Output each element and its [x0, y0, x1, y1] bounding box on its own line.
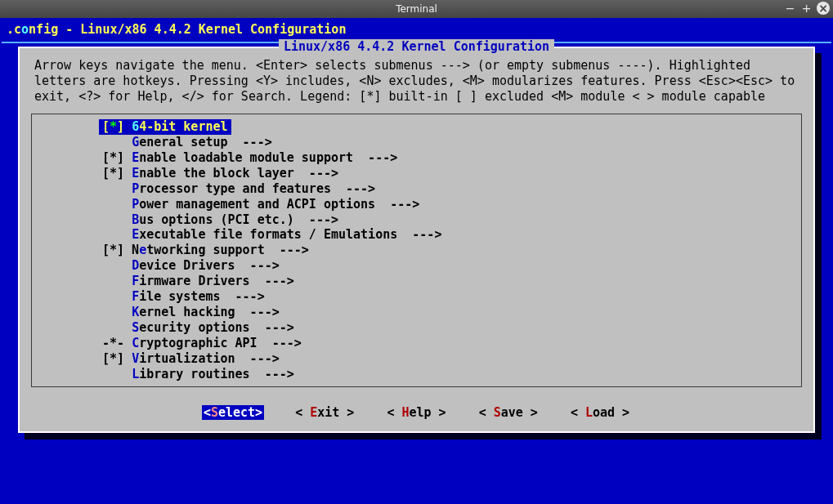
- menu-item-10[interactable]: Firmware Drivers --->: [99, 274, 298, 288]
- menu-item-8[interactable]: [*] Networking support --->: [99, 243, 312, 257]
- menu-item-4[interactable]: Processor type and features --->: [99, 181, 378, 196]
- menu-item-16[interactable]: Library routines --->: [99, 367, 298, 381]
- menu-list: [*] 64-bit kernel General setup --->[*] …: [31, 114, 802, 387]
- menu-item-15[interactable]: [*] Virtualization --->: [99, 351, 283, 366]
- dialog-help-text: Arrow keys navigate the menu. <Enter> se…: [20, 48, 813, 109]
- action-button-1[interactable]: < Exit >: [293, 405, 356, 420]
- window-title: Terminal: [0, 3, 833, 15]
- menuconfig-dialog: Linux/x86 4.4.2 Kernel Configuration Arr…: [18, 47, 815, 433]
- maximize-icon[interactable]: +: [800, 2, 813, 15]
- terminal-area: .config - Linux/x86 4.4.2 Kernel Configu…: [0, 18, 833, 504]
- menu-item-0[interactable]: [*] 64-bit kernel: [99, 119, 231, 135]
- menu-item-6[interactable]: Bus options (PCI etc.) --->: [99, 212, 342, 227]
- menu-item-11[interactable]: File systems --->: [99, 289, 268, 304]
- minimize-icon[interactable]: −: [784, 2, 796, 15]
- action-button-4[interactable]: < Load >: [569, 405, 631, 420]
- menu-item-13[interactable]: Security options --->: [99, 320, 298, 335]
- action-button-2[interactable]: < Help >: [385, 405, 447, 420]
- menu-item-7[interactable]: Executable file formats / Emulations ---…: [99, 227, 445, 242]
- close-icon[interactable]: ×: [817, 2, 830, 15]
- window-titlebar: Terminal − + ×: [0, 0, 833, 18]
- action-button-3[interactable]: < Save >: [477, 405, 540, 420]
- action-button-0[interactable]: <Select>: [202, 405, 264, 420]
- menu-item-1[interactable]: General setup --->: [99, 135, 275, 149]
- window-controls: − + ×: [784, 2, 830, 15]
- button-bar: <Select>< Exit >< Help >< Save >< Load >: [20, 390, 813, 431]
- menu-item-9[interactable]: Device Drivers --->: [99, 258, 283, 273]
- menu-item-5[interactable]: Power management and ACPI options --->: [99, 197, 423, 212]
- menu-item-12[interactable]: Kernel hacking --->: [99, 305, 283, 319]
- terminal-window: Terminal − + × .config - Linux/x86 4.4.2…: [0, 0, 833, 504]
- dialog-caption: Linux/x86 4.4.2 Kernel Configuration: [20, 39, 813, 54]
- menu-item-14[interactable]: -*- Cryptographic API --->: [99, 336, 305, 350]
- menu-item-3[interactable]: [*] Enable the block layer --->: [99, 166, 342, 181]
- menu-item-2[interactable]: [*] Enable loadable module support --->: [99, 150, 401, 165]
